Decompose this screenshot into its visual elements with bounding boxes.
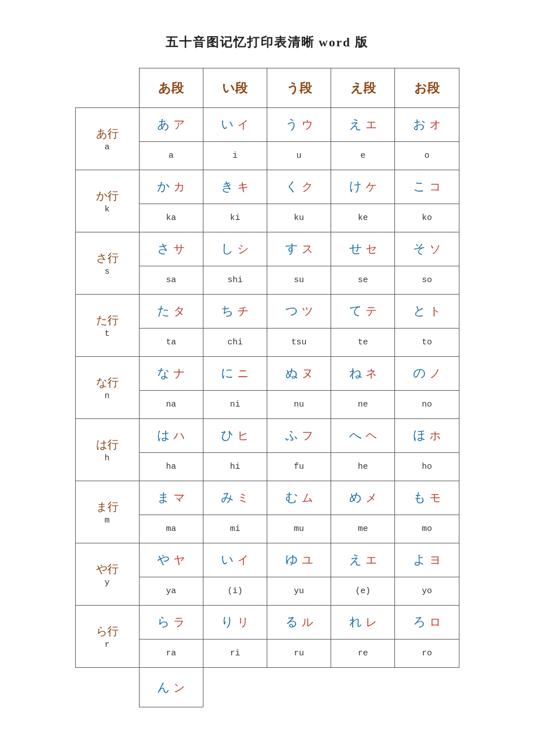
kana-cell-7-2: ゆユ	[267, 543, 331, 577]
romaji-cell-6-4: mo	[395, 515, 459, 543]
col-header-i: い段	[203, 68, 267, 108]
kana-cell-6-0: まマ	[139, 481, 203, 515]
romaji-cell-3-1: chi	[203, 329, 267, 357]
romaji-cell-5-0: ha	[139, 453, 203, 481]
kana-cell-8-0: らラ	[139, 606, 203, 640]
kana-cell-7-1: いイ	[203, 543, 267, 577]
romaji-cell-7-4: yo	[395, 577, 459, 606]
kana-cell-1-3: けケ	[331, 170, 395, 204]
romaji-cell-1-1: ki	[203, 204, 267, 232]
col-header-o: お段	[395, 68, 459, 108]
romaji-cell-7-3: (e)	[331, 577, 395, 606]
romaji-cell-0-2: u	[267, 142, 331, 170]
romaji-cell-1-4: ko	[395, 204, 459, 232]
romaji-cell-4-2: nu	[267, 391, 331, 419]
kana-cell-5-1: ひヒ	[203, 419, 267, 453]
romaji-cell-3-3: te	[331, 329, 395, 357]
col-header-u: う段	[267, 68, 331, 108]
romaji-cell-6-1: mi	[203, 515, 267, 543]
romaji-cell-6-2: mu	[267, 515, 331, 543]
row-label-5: は行h	[75, 419, 139, 481]
kana-cell-1-1: きキ	[203, 170, 267, 204]
romaji-cell-5-2: fu	[267, 453, 331, 481]
kana-cell-1-2: くク	[267, 170, 331, 204]
romaji-cell-3-2: tsu	[267, 329, 331, 357]
romaji-cell-4-3: ne	[331, 391, 395, 419]
romaji-cell-4-4: no	[395, 391, 459, 419]
romaji-cell-7-0: ya	[139, 577, 203, 606]
kana-cell-5-0: はハ	[139, 419, 203, 453]
kana-cell-0-0: あア	[139, 108, 203, 142]
kana-cell-3-4: とト	[395, 295, 459, 329]
row-label-2: さ行s	[75, 232, 139, 295]
kana-cell-2-0: さサ	[139, 232, 203, 266]
col-header-a: あ段	[139, 68, 203, 108]
kana-cell-7-0: やヤ	[139, 543, 203, 577]
romaji-cell-8-2: ru	[267, 640, 331, 668]
romaji-cell-0-0: a	[139, 142, 203, 170]
extra-empty-3	[395, 668, 459, 707]
kana-cell-8-3: れレ	[331, 606, 395, 640]
col-header-e: え段	[331, 68, 395, 108]
kana-cell-2-2: すス	[267, 232, 331, 266]
kana-cell-5-2: ふフ	[267, 419, 331, 453]
kana-cell-0-2: うウ	[267, 108, 331, 142]
romaji-cell-1-0: ka	[139, 204, 203, 232]
row-label-8: ら行r	[75, 606, 139, 668]
romaji-cell-2-2: su	[267, 266, 331, 295]
romaji-cell-4-1: ni	[203, 391, 267, 419]
romaji-cell-8-3: re	[331, 640, 395, 668]
row-label-3: た行t	[75, 295, 139, 357]
kana-cell-4-2: ぬヌ	[267, 357, 331, 391]
kana-cell-2-1: しシ	[203, 232, 267, 266]
corner-cell	[75, 68, 139, 108]
romaji-cell-8-1: ri	[203, 640, 267, 668]
kana-cell-5-3: へヘ	[331, 419, 395, 453]
kana-cell-0-3: えエ	[331, 108, 395, 142]
kana-cell-4-4: のノ	[395, 357, 459, 391]
kana-cell-2-3: せセ	[331, 232, 395, 266]
kana-cell-0-4: おオ	[395, 108, 459, 142]
romaji-cell-1-3: ke	[331, 204, 395, 232]
romaji-cell-5-4: ho	[395, 453, 459, 481]
row-label-0: あ行a	[75, 108, 139, 170]
kana-cell-6-2: むム	[267, 481, 331, 515]
romaji-cell-2-3: se	[331, 266, 395, 295]
extra-empty-0	[203, 668, 267, 707]
kana-cell-4-0: なナ	[139, 357, 203, 391]
kana-cell-7-3: えエ	[331, 543, 395, 577]
romaji-cell-7-1: (i)	[203, 577, 267, 606]
row-label-7: や行y	[75, 543, 139, 606]
romaji-cell-6-3: me	[331, 515, 395, 543]
gojuuon-table: あ段 い段 う段 え段 お段 あ行aあアいイうウえエおオaiueoか行kかカきキ…	[75, 68, 459, 707]
romaji-cell-2-0: sa	[139, 266, 203, 295]
row-label-1: か行k	[75, 170, 139, 232]
row-label-6: ま行m	[75, 481, 139, 543]
kana-cell-3-3: てテ	[331, 295, 395, 329]
romaji-cell-0-3: e	[331, 142, 395, 170]
kana-cell-3-1: ちチ	[203, 295, 267, 329]
kana-cell-4-3: ねネ	[331, 357, 395, 391]
romaji-cell-5-3: he	[331, 453, 395, 481]
kana-cell-3-2: つツ	[267, 295, 331, 329]
page-title: 五十音图记忆打印表清晰 word 版	[166, 34, 369, 51]
extra-empty-1	[267, 668, 331, 707]
kana-cell-6-4: もモ	[395, 481, 459, 515]
kana-cell-1-0: かカ	[139, 170, 203, 204]
romaji-cell-7-2: yu	[267, 577, 331, 606]
romaji-cell-0-1: i	[203, 142, 267, 170]
romaji-cell-0-4: o	[395, 142, 459, 170]
kana-cell-1-4: こコ	[395, 170, 459, 204]
extra-label-cell	[75, 668, 139, 707]
kana-cell-8-2: るル	[267, 606, 331, 640]
romaji-cell-5-1: hi	[203, 453, 267, 481]
kana-cell-0-1: いイ	[203, 108, 267, 142]
kana-cell-2-4: そソ	[395, 232, 459, 266]
romaji-cell-2-4: so	[395, 266, 459, 295]
kana-cell-6-1: みミ	[203, 481, 267, 515]
kana-cell-4-1: にニ	[203, 357, 267, 391]
romaji-cell-1-2: ku	[267, 204, 331, 232]
romaji-cell-8-0: ra	[139, 640, 203, 668]
kana-cell-6-3: めメ	[331, 481, 395, 515]
row-label-4: な行n	[75, 357, 139, 419]
